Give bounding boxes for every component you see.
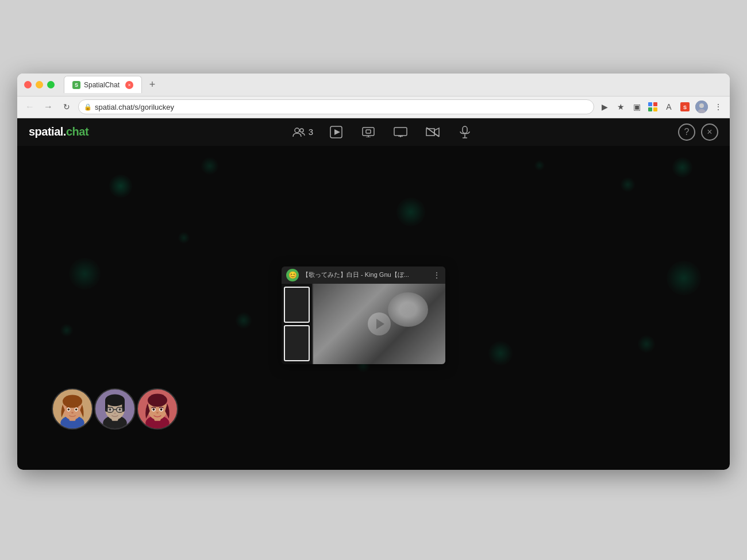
screen-share-button[interactable] xyxy=(359,123,378,141)
logo-chat: chat xyxy=(66,125,88,138)
svg-rect-3 xyxy=(653,107,657,111)
ambient-dot xyxy=(60,324,73,337)
user-avatar-3-image xyxy=(138,389,177,428)
ambient-dot xyxy=(672,157,692,177)
svg-text:S: S xyxy=(683,105,687,110)
ambient-dot xyxy=(178,232,190,244)
tab-favicon: S xyxy=(72,81,80,89)
ambient-dot xyxy=(638,335,655,353)
svg-rect-0 xyxy=(648,102,652,106)
svg-point-42 xyxy=(109,408,111,411)
svg-point-7 xyxy=(699,103,704,108)
extra-icon[interactable]: S xyxy=(679,101,691,113)
help-button[interactable]: ? xyxy=(678,123,695,141)
cast-icon[interactable]: ▶ xyxy=(599,101,610,113)
ambient-dot xyxy=(621,177,635,192)
svg-point-30 xyxy=(68,408,70,411)
video-card[interactable]: 😊 【歌ってみた】白日 - King Gnu【ぼ... ⋮ xyxy=(282,267,445,364)
tab-close-button[interactable]: × xyxy=(125,81,133,89)
user-count-number: 3 xyxy=(309,127,313,137)
avatars-container xyxy=(52,388,178,430)
svg-point-53 xyxy=(156,412,159,414)
security-lock-icon: 🔒 xyxy=(84,103,92,111)
extension-icon[interactable]: ▣ xyxy=(631,101,642,113)
app-logo: spatial.chat xyxy=(29,125,88,138)
ambient-dot xyxy=(488,341,513,365)
video-content xyxy=(282,284,445,364)
desktop: S SpatialChat × + ← → ↻ 🔒 ▶ ★ ▣ xyxy=(0,0,747,560)
svg-point-10 xyxy=(300,129,303,132)
logo-spatial: spatial. xyxy=(29,125,66,138)
video-card-title: 【歌ってみた】白日 - King Gnu【ぼ... xyxy=(302,271,429,279)
tab-title: SpatialChat xyxy=(84,81,120,89)
ambient-dot xyxy=(534,160,545,171)
profile-avatar[interactable] xyxy=(695,101,708,113)
user-count-display: 3 xyxy=(292,127,313,137)
sidebar-block-1 xyxy=(284,287,310,323)
sidebar-block-2 xyxy=(284,325,310,361)
monitor-button[interactable] xyxy=(391,123,410,141)
browser-toolbar-icons: ▶ ★ ▣ A S xyxy=(599,101,724,113)
svg-rect-2 xyxy=(648,107,652,111)
svg-rect-13 xyxy=(363,128,374,136)
microphone-button[interactable] xyxy=(456,123,474,141)
video-sidebar xyxy=(282,284,313,364)
user-avatar-3[interactable] xyxy=(137,388,178,430)
window-close-button[interactable] xyxy=(24,81,32,88)
app-header: spatial.chat 3 xyxy=(17,118,730,146)
title-bar: S SpatialChat × + xyxy=(17,74,730,96)
forward-button[interactable]: → xyxy=(41,100,55,114)
svg-point-27 xyxy=(63,395,82,408)
back-button[interactable]: ← xyxy=(23,100,37,114)
ambient-dot xyxy=(109,175,132,198)
user-avatar-2-image xyxy=(95,389,134,428)
browser-tab[interactable]: S SpatialChat × xyxy=(64,76,142,93)
video-thumbnail[interactable] xyxy=(313,284,445,364)
svg-point-36 xyxy=(105,394,125,406)
ambient-dot xyxy=(69,258,101,289)
svg-point-43 xyxy=(119,408,121,411)
translate-icon[interactable]: A xyxy=(663,101,675,113)
user-avatar-1[interactable] xyxy=(52,388,93,430)
video-frame-bg xyxy=(313,284,445,364)
svg-point-48 xyxy=(148,393,167,407)
url-wrapper: 🔒 xyxy=(78,99,594,114)
tab-bar: S SpatialChat × + xyxy=(64,76,723,93)
browser-window: S SpatialChat × + ← → ↻ 🔒 ▶ ★ ▣ xyxy=(17,74,730,470)
svg-point-51 xyxy=(152,408,155,410)
close-session-button[interactable]: × xyxy=(701,123,718,141)
bookmark-star-icon[interactable]: ★ xyxy=(615,101,626,113)
address-bar: ← → ↻ 🔒 ▶ ★ ▣ A xyxy=(17,96,730,118)
video-card-avatar: 😊 xyxy=(286,269,299,281)
play-button[interactable] xyxy=(327,123,345,141)
svg-marker-12 xyxy=(334,129,340,135)
window-minimize-button[interactable] xyxy=(36,81,43,88)
new-tab-button[interactable]: + xyxy=(144,76,160,92)
refresh-button[interactable]: ↻ xyxy=(60,100,74,114)
svg-point-52 xyxy=(160,408,163,410)
svg-rect-17 xyxy=(394,128,407,136)
header-center-controls: 3 xyxy=(88,123,678,141)
more-options-icon[interactable]: ⋮ xyxy=(713,101,724,113)
user-avatar-1-image xyxy=(53,389,92,428)
svg-point-31 xyxy=(75,408,78,411)
user-avatar-2[interactable] xyxy=(94,388,136,430)
header-right-controls: ? × xyxy=(678,123,718,141)
video-card-menu-icon[interactable]: ⋮ xyxy=(433,271,441,280)
ambient-dot xyxy=(667,261,701,295)
main-canvas[interactable]: 😊 【歌ってみた】白日 - King Gnu【ぼ... ⋮ xyxy=(17,146,730,470)
svg-rect-1 xyxy=(653,102,657,106)
svg-point-32 xyxy=(71,412,74,414)
ambient-dot xyxy=(201,157,218,175)
ambient-dot xyxy=(236,312,252,329)
url-input[interactable] xyxy=(78,99,594,114)
window-controls xyxy=(24,81,55,88)
camera-toggle-button[interactable] xyxy=(423,123,442,141)
svg-rect-14 xyxy=(366,130,371,133)
maps-icon[interactable] xyxy=(647,101,659,113)
users-icon xyxy=(292,127,305,137)
svg-rect-21 xyxy=(463,126,467,133)
window-maximize-button[interactable] xyxy=(47,81,55,88)
svg-point-44 xyxy=(114,412,116,414)
video-card-header: 😊 【歌ってみた】白日 - King Gnu【ぼ... ⋮ xyxy=(282,267,445,284)
